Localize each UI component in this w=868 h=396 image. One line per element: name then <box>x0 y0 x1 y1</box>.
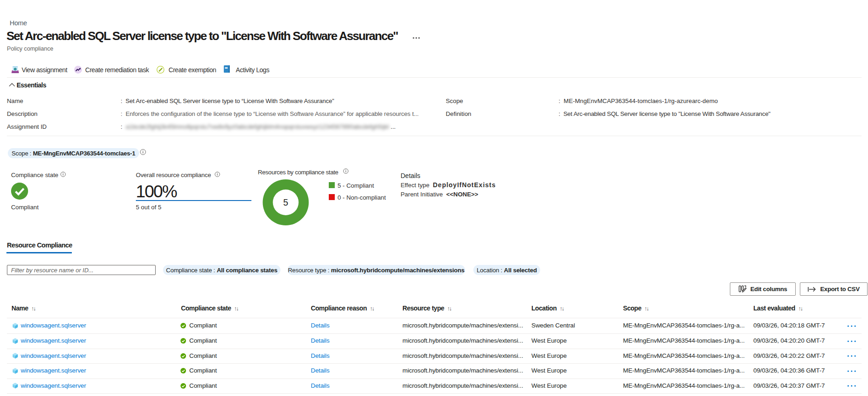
svg-text:5: 5 <box>283 197 288 207</box>
